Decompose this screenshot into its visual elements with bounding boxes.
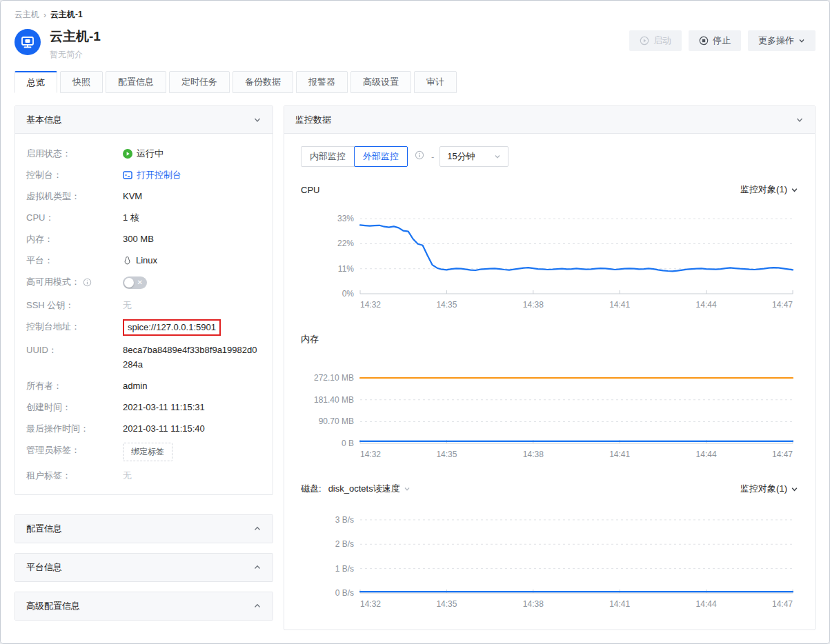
monitor-toolbar: 内部监控 外部监控 - 15分钟 bbox=[284, 134, 815, 167]
memory-section-header: 内存 bbox=[284, 316, 815, 345]
tab-backup-data[interactable]: 备份数据 bbox=[233, 71, 293, 93]
start-button[interactable]: 启动 bbox=[629, 30, 682, 51]
field-state-value: 运行中 bbox=[123, 146, 261, 161]
panel-config-info-header[interactable]: 配置信息 bbox=[15, 515, 273, 543]
field-console-address-value: spice://127.0.0.1:5901 bbox=[123, 319, 261, 336]
panel-monitor-data: 监控数据 内部监控 外部监控 bbox=[284, 105, 816, 630]
svg-text:272.10 MB: 272.10 MB bbox=[314, 373, 354, 383]
svg-text:14:47: 14:47 bbox=[772, 300, 793, 310]
svg-text:22%: 22% bbox=[337, 239, 354, 248]
field-admin-tags: 管理员标签：绑定标签 bbox=[15, 443, 273, 461]
chevron-down-icon bbox=[798, 37, 805, 44]
right-column: 监控数据 内部监控 外部监控 bbox=[284, 105, 816, 630]
info-icon[interactable] bbox=[415, 150, 424, 163]
console-icon bbox=[123, 170, 132, 180]
field-ha-mode: 高可用模式：✕ bbox=[15, 274, 273, 291]
field-last-op-time: 最后操作时间：2021-03-11 11:15:40 bbox=[15, 421, 273, 436]
svg-text:1 B/s: 1 B/s bbox=[335, 564, 354, 574]
field-platform-label: 平台： bbox=[26, 253, 123, 268]
breadcrumb-root[interactable]: 云主机 bbox=[14, 9, 39, 21]
svg-text:14:35: 14:35 bbox=[436, 599, 457, 609]
cpu-monitor-target-dropdown[interactable]: 监控对象(1) bbox=[740, 183, 798, 196]
svg-text:14:32: 14:32 bbox=[360, 450, 381, 459]
tab-scheduled-tasks[interactable]: 定时任务 bbox=[169, 71, 230, 93]
internal-monitor-button[interactable]: 内部监控 bbox=[301, 146, 355, 167]
disk-monitor-target-dropdown[interactable]: 监控对象(1) bbox=[740, 483, 798, 495]
field-console-label: 控制台： bbox=[26, 168, 123, 182]
svg-text:2 B/s: 2 B/s bbox=[335, 539, 354, 549]
disk-section-header: 磁盘: disk_octets读速度 监控对象(1) bbox=[284, 466, 815, 495]
svg-text:14:44: 14:44 bbox=[696, 300, 717, 310]
svg-text:14:47: 14:47 bbox=[772, 450, 793, 459]
field-create-time: 创建时间：2021-03-11 11:15:31 bbox=[15, 400, 273, 414]
tab-advanced-settings[interactable]: 高级设置 bbox=[350, 71, 411, 93]
panel-advanced-info-header[interactable]: 高级配置信息 bbox=[15, 592, 273, 620]
period-select[interactable]: 15分钟 bbox=[439, 146, 508, 167]
svg-text:0 B/s: 0 B/s bbox=[335, 588, 354, 598]
field-memory-label: 内存： bbox=[26, 232, 123, 246]
chevron-down-icon bbox=[404, 485, 411, 492]
tab-audit[interactable]: 审计 bbox=[414, 71, 457, 93]
chevron-up-icon bbox=[253, 563, 261, 572]
chevron-up-icon bbox=[253, 525, 261, 533]
svg-text:14:41: 14:41 bbox=[609, 300, 630, 310]
stop-button[interactable]: 停止 bbox=[689, 30, 741, 51]
tab-config-info[interactable]: 配置信息 bbox=[106, 71, 166, 93]
panel-monitor-data-header[interactable]: 监控数据 bbox=[284, 106, 815, 134]
tab-overview[interactable]: 总览 bbox=[14, 71, 57, 93]
breadcrumb-current: 云主机-1 bbox=[50, 9, 83, 21]
chevron-down-icon bbox=[253, 116, 261, 124]
svg-text:14:38: 14:38 bbox=[523, 599, 544, 609]
field-last-op-time-value: 2021-03-11 11:15:40 bbox=[123, 421, 261, 436]
field-cpu-label: CPU： bbox=[26, 210, 123, 225]
field-tenant-tags: 租户标签：无 bbox=[15, 468, 273, 483]
svg-text:181.40 MB: 181.40 MB bbox=[314, 395, 354, 405]
field-memory: 内存：300 MB bbox=[15, 232, 273, 246]
ha-mode-toggle[interactable]: ✕ bbox=[123, 276, 147, 289]
field-last-op-time-label: 最后操作时间： bbox=[26, 421, 123, 436]
page-header: 云主机-1 暂无简介 启动 停止 更多操作 bbox=[1, 21, 829, 61]
field-admin-tags-value: 绑定标签 bbox=[123, 443, 261, 461]
panel-advanced-info: 高级配置信息 bbox=[14, 592, 273, 621]
chevron-down-icon bbox=[791, 186, 798, 194]
bind-tag-button[interactable]: 绑定标签 bbox=[123, 443, 172, 461]
running-status-icon bbox=[123, 149, 132, 159]
svg-text:14:35: 14:35 bbox=[436, 450, 457, 459]
disk-metric-dropdown[interactable]: disk_octets读速度 bbox=[328, 483, 411, 495]
field-state-label: 启用状态： bbox=[26, 146, 123, 161]
disk-chart: 0 B/s1 B/s2 B/s3 B/s14:3214:3514:3814:41… bbox=[284, 495, 815, 616]
field-ha-mode-value: ✕ bbox=[123, 274, 261, 291]
tab-snapshot[interactable]: 快照 bbox=[60, 71, 103, 93]
console-address-highlight: spice://127.0.0.1:5901 bbox=[123, 319, 221, 336]
svg-text:14:41: 14:41 bbox=[609, 599, 630, 609]
field-uuid-label: UUID： bbox=[26, 343, 123, 372]
breadcrumb: 云主机 › 云主机-1 bbox=[1, 1, 829, 21]
svg-text:0%: 0% bbox=[342, 289, 355, 299]
field-hypervisor-label: 虚拟机类型： bbox=[26, 189, 123, 203]
chevron-down-icon bbox=[791, 485, 798, 493]
field-console: 控制台：打开控制台 bbox=[15, 168, 273, 182]
monitor-source-segmented-control: 内部监控 外部监控 bbox=[301, 146, 408, 167]
field-ssh-key-value: 无 bbox=[123, 298, 261, 312]
field-console-value[interactable]: 打开控制台 bbox=[123, 168, 261, 182]
field-tenant-tags-value: 无 bbox=[123, 468, 261, 483]
field-console-address: 控制台地址：spice://127.0.0.1:5901 bbox=[15, 319, 273, 336]
field-admin-tags-label: 管理员标签： bbox=[26, 443, 123, 461]
tab-alarms[interactable]: 报警器 bbox=[296, 71, 348, 93]
page-subtitle: 暂无简介 bbox=[50, 49, 101, 61]
field-hypervisor-value: KVM bbox=[123, 189, 261, 203]
info-icon[interactable] bbox=[83, 276, 92, 291]
panel-basic-info-header[interactable]: 基本信息 bbox=[15, 106, 273, 134]
svg-text:14:44: 14:44 bbox=[696, 599, 717, 609]
field-owner-label: 所有者： bbox=[26, 379, 123, 393]
more-actions-button[interactable]: 更多操作 bbox=[748, 30, 816, 51]
info-icon[interactable] bbox=[83, 278, 92, 287]
field-cpu: CPU：1 核 bbox=[15, 210, 273, 225]
panel-basic-info: 基本信息 启用状态：运行中控制台：打开控制台虚拟机类型：KVMCPU：1 核内存… bbox=[14, 105, 273, 495]
page-title: 云主机-1 bbox=[50, 29, 101, 44]
svg-text:90.70 MB: 90.70 MB bbox=[319, 416, 354, 426]
svg-text:14:38: 14:38 bbox=[523, 450, 544, 459]
panel-platform-info-header[interactable]: 平台信息 bbox=[15, 554, 273, 581]
external-monitor-button[interactable]: 外部监控 bbox=[354, 146, 408, 167]
svg-text:14:38: 14:38 bbox=[523, 300, 544, 310]
